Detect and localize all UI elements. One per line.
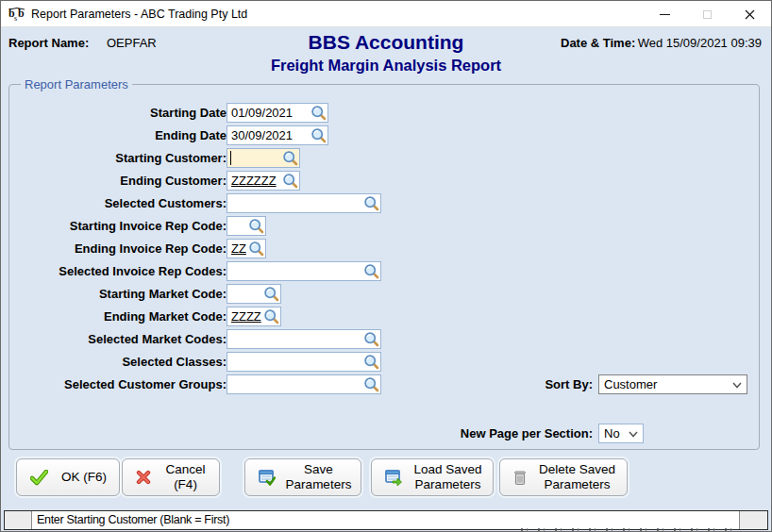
green-check-icon — [30, 470, 48, 486]
load-saved-parameters-label: Load Saved Parameters — [411, 462, 485, 491]
lookup-icon[interactable] — [363, 354, 379, 370]
report-header: Report Name: OEPFAR BBS Accounting Freig… — [1, 28, 771, 83]
button-bar: OK (F6) Cancel (F4) Save Parameters — [1, 457, 771, 499]
field-row: Ending Market Code: — [9, 307, 759, 327]
chevron-down-icon — [732, 382, 742, 389]
sort-by-label: Sort By: — [415, 377, 593, 391]
field-row: Selected Market Codes: — [9, 329, 759, 350]
delete-saved-parameters-button[interactable]: Delete Saved Parameters — [499, 458, 628, 496]
selected-classes-label: Selected Classes: — [28, 352, 227, 372]
selected-market-codes-input[interactable] — [227, 329, 381, 349]
bsb-app-icon: b s b — [8, 7, 25, 22]
red-cross-icon — [136, 470, 151, 485]
selected-customers-field — [227, 193, 381, 213]
selected-invoice-rep-codes-field — [227, 261, 381, 281]
ending-market-code-label: Ending Market Code: — [28, 307, 227, 326]
cancel-button[interactable]: Cancel (F4) — [122, 458, 220, 496]
lookup-icon[interactable] — [363, 376, 379, 392]
ok-button-label: OK (F6) — [57, 470, 111, 485]
text-cursor — [230, 151, 231, 165]
lookup-icon[interactable] — [248, 241, 264, 257]
field-row: Ending Customer: — [9, 171, 759, 191]
report-parameters-groupbox: Report Parameters Starting Date Ending D… — [8, 84, 760, 450]
selected-customer-groups-field — [227, 374, 381, 394]
window-controls — [644, 1, 771, 27]
starting-invoice-rep-code-field — [227, 216, 266, 236]
field-row: Ending Date — [9, 125, 759, 146]
groupbox-legend: Report Parameters — [21, 77, 132, 91]
field-row: Ending Invoice Rep Code: — [9, 239, 759, 259]
close-button[interactable] — [729, 1, 771, 27]
background-window-artifact — [511, 528, 732, 531]
maximize-button[interactable] — [686, 1, 729, 27]
starting-customer-field — [227, 148, 300, 168]
selected-customers-input[interactable] — [227, 193, 381, 213]
ending-invoice-rep-code-field — [227, 239, 266, 258]
new-page-per-section-dropdown[interactable]: No — [598, 424, 644, 443]
selected-invoice-rep-codes-input[interactable] — [227, 261, 381, 281]
field-row: Starting Invoice Rep Code: — [9, 216, 759, 237]
field-row: Selected Customers: — [9, 193, 759, 214]
starting-date-field — [227, 103, 328, 123]
minimize-icon — [660, 14, 670, 15]
starting-customer-label: Starting Customer: — [28, 148, 227, 168]
load-saved-parameters-button[interactable]: Load Saved Parameters — [371, 458, 494, 496]
selected-classes-field — [227, 352, 381, 372]
save-parameters-button[interactable]: Save Parameters — [244, 458, 361, 496]
field-row: Starting Customer: — [9, 148, 759, 169]
starting-invoice-rep-code-label: Starting Invoice Rep Code: — [28, 216, 227, 236]
selected-customers-label: Selected Customers: — [28, 193, 227, 213]
ending-customer-field — [227, 171, 300, 191]
lookup-icon[interactable] — [363, 331, 379, 347]
starting-market-code-field — [227, 284, 281, 304]
ending-date-field — [227, 125, 328, 145]
load-saved-parameters-icon — [385, 470, 402, 486]
minimize-button[interactable] — [644, 1, 686, 27]
ok-button[interactable]: OK (F6) — [16, 458, 120, 496]
ending-market-code-field — [227, 307, 281, 326]
report-title: Freight Margin Analysis Report — [1, 57, 771, 75]
field-row: Selected Classes: — [9, 352, 759, 373]
selected-invoice-rep-codes-label: Selected Invoice Rep Codes: — [28, 261, 227, 281]
status-bar: Enter Starting Customer (Blank = First) — [4, 510, 768, 530]
lookup-icon[interactable] — [263, 308, 279, 324]
sort-by-dropdown[interactable]: Customer — [598, 374, 747, 394]
status-bar-right-cell — [739, 511, 767, 529]
lookup-icon[interactable] — [310, 127, 327, 143]
lookup-icon[interactable] — [282, 173, 298, 189]
ending-invoice-rep-code-label: Ending Invoice Rep Code: — [28, 239, 227, 258]
status-bar-left-cell — [5, 511, 32, 529]
selected-market-codes-label: Selected Market Codes: — [28, 329, 227, 349]
save-parameters-icon — [259, 470, 276, 486]
selected-classes-input[interactable] — [227, 352, 381, 372]
lookup-icon[interactable] — [248, 218, 264, 234]
selected-customer-groups-input[interactable] — [227, 374, 381, 394]
svg-text:s: s — [14, 14, 17, 22]
close-icon — [745, 9, 755, 20]
sort-by-value: Customer — [604, 377, 657, 391]
status-message: Enter Starting Customer (Blank = First) — [32, 511, 739, 529]
field-row: Starting Market Code: — [9, 284, 759, 305]
maximize-icon — [703, 10, 712, 19]
lookup-icon[interactable] — [310, 105, 327, 121]
cancel-button-label: Cancel (F4) — [159, 462, 211, 491]
datetime-label: Date & Time: — [561, 36, 635, 50]
delete-saved-parameters-label: Delete Saved Parameters — [535, 462, 619, 491]
save-parameters-label: Save Parameters — [284, 462, 353, 491]
field-row: Selected Invoice Rep Codes: — [9, 261, 759, 282]
starting-market-code-label: Starting Market Code: — [28, 284, 227, 304]
starting-date-label: Starting Date — [28, 103, 227, 123]
ending-date-label: Ending Date — [28, 125, 227, 145]
ending-customer-label: Ending Customer: — [28, 171, 227, 191]
lookup-icon[interactable] — [363, 195, 379, 211]
title-bar: b s b Report Parameters - ABC Trading Pt… — [1, 1, 771, 27]
lookup-icon[interactable] — [263, 286, 279, 302]
lookup-icon[interactable] — [282, 150, 298, 166]
new-page-per-section-label: New Page per Section: — [368, 426, 593, 441]
datetime-value: Wed 15/09/2021 09:39 — [638, 36, 762, 50]
field-row: Starting Date — [9, 103, 759, 124]
lookup-icon[interactable] — [363, 263, 379, 279]
chevron-down-icon — [629, 431, 638, 438]
window-title: Report Parameters - ABC Trading Pty Ltd — [31, 8, 247, 21]
delete-saved-parameters-icon — [513, 470, 527, 486]
